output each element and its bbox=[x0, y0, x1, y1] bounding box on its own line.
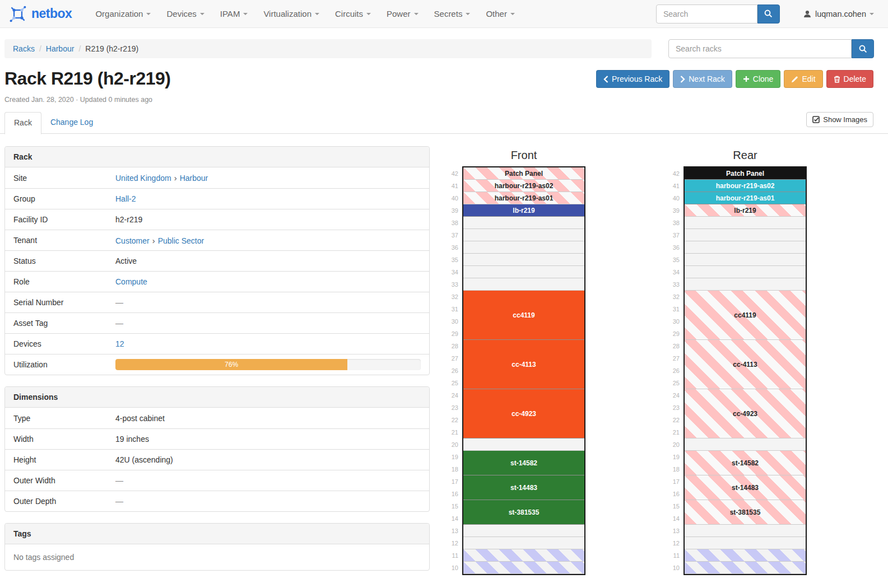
value-link[interactable]: Hall-2 bbox=[115, 194, 136, 203]
field-value: 12 bbox=[115, 339, 421, 348]
rack-search-button[interactable] bbox=[852, 39, 874, 58]
rack-device[interactable]: cc-4923 bbox=[685, 389, 806, 438]
unit-number: 33 bbox=[448, 278, 458, 291]
netbox-brand[interactable]: netbox bbox=[8, 4, 72, 24]
delete-button[interactable]: Delete bbox=[826, 70, 873, 88]
value-text: Active bbox=[115, 256, 137, 265]
global-search-button[interactable] bbox=[757, 4, 780, 24]
rack-unit bbox=[685, 278, 806, 291]
table-row: Outer Width— bbox=[5, 470, 429, 491]
device-label: cc-4923 bbox=[733, 410, 757, 418]
rack-unit bbox=[463, 537, 584, 549]
rack-device[interactable]: Patch Panel bbox=[685, 167, 806, 180]
rack-panel: Rack SiteUnited Kingdom›HarbourGroupHall… bbox=[4, 146, 430, 375]
nav-item-circuits[interactable]: Circuits bbox=[327, 0, 379, 28]
nav-item-ipam[interactable]: IPAM bbox=[212, 0, 256, 28]
table-row: Outer Depth— bbox=[5, 491, 429, 511]
rack-device[interactable]: harbour-r219-as01 bbox=[685, 192, 806, 204]
value-text: — bbox=[115, 476, 123, 485]
rack-device[interactable]: cc4119 bbox=[685, 291, 806, 340]
rack-search-input[interactable] bbox=[668, 39, 852, 58]
nav-item-devices[interactable]: Devices bbox=[159, 0, 212, 28]
caret-down-icon bbox=[315, 13, 319, 15]
rack-device[interactable]: st-14483 bbox=[463, 475, 584, 500]
value-text: › bbox=[150, 236, 158, 245]
rack-device[interactable]: st-14483 bbox=[685, 475, 806, 500]
trash-icon bbox=[834, 76, 840, 83]
rack-device[interactable]: lb-r219 bbox=[685, 204, 806, 217]
show-images-button[interactable]: Show Images bbox=[806, 112, 873, 127]
unit-number: 28 bbox=[670, 340, 680, 352]
device-label: harbour-r219-as02 bbox=[495, 182, 554, 190]
edit-label: Edit bbox=[802, 74, 815, 83]
unit-number: 27 bbox=[670, 352, 680, 365]
rack-device[interactable]: lb-r219 bbox=[463, 204, 584, 217]
global-search-input[interactable] bbox=[656, 4, 757, 24]
user-menu[interactable]: luqman.cohen bbox=[803, 10, 874, 18]
unit-number: 25 bbox=[448, 377, 458, 389]
user-icon bbox=[803, 10, 815, 18]
unit-number: 22 bbox=[670, 414, 680, 426]
rack-device[interactable]: Patch Panel bbox=[463, 167, 584, 180]
rack-device[interactable]: cc-4923 bbox=[463, 389, 584, 438]
pencil-icon bbox=[791, 76, 798, 83]
value-text: › bbox=[171, 173, 180, 183]
rack-device[interactable]: st-381535 bbox=[685, 500, 806, 525]
device-label: harbour-r219-as01 bbox=[716, 194, 775, 202]
rack-device[interactable]: st-14582 bbox=[685, 451, 806, 475]
device-label: harbour-r219-as01 bbox=[495, 194, 554, 202]
rack-device[interactable]: cc-4113 bbox=[685, 340, 806, 389]
device-label: st-381535 bbox=[730, 508, 761, 516]
unit-number: 20 bbox=[448, 438, 458, 451]
value-link[interactable]: United Kingdom bbox=[115, 174, 171, 183]
table-row: Asset Tag— bbox=[5, 312, 429, 333]
clone-button[interactable]: Clone bbox=[736, 70, 781, 88]
nav-item-power[interactable]: Power bbox=[379, 0, 426, 28]
front-elevation: Front 4241403938373635343332313029282726… bbox=[448, 146, 585, 582]
nav-item-virtualization[interactable]: Virtualization bbox=[255, 0, 327, 28]
value-link[interactable]: Harbour bbox=[180, 174, 208, 183]
nav-item-organization[interactable]: Organization bbox=[87, 0, 159, 28]
created-updated-meta: Created Jan. 28, 2020 · Updated 0 minute… bbox=[4, 96, 873, 104]
value-link[interactable]: Customer bbox=[115, 236, 150, 245]
unit-number: 31 bbox=[670, 303, 680, 315]
field-value: 19 inches bbox=[115, 435, 421, 444]
tab-change-log[interactable]: Change Log bbox=[41, 112, 102, 134]
value-link[interactable]: Compute bbox=[115, 277, 147, 286]
field-label: Status bbox=[13, 256, 115, 265]
next-rack-button[interactable]: Next Rack bbox=[673, 70, 732, 88]
rack-device[interactable]: harbour-r219-as02 bbox=[463, 180, 584, 192]
field-value: 76% bbox=[115, 359, 421, 370]
rear-elevation: Rear 42414039383736353433323130292827262… bbox=[670, 146, 807, 582]
rack-device[interactable]: st-381535 bbox=[463, 500, 584, 525]
value-link[interactable]: 12 bbox=[115, 339, 124, 348]
field-value: — bbox=[115, 319, 421, 328]
unit-number: 30 bbox=[448, 315, 458, 328]
unit-number: 40 bbox=[448, 192, 458, 204]
device-label: cc4119 bbox=[513, 311, 534, 319]
unit-number: 35 bbox=[448, 254, 458, 266]
breadcrumb-racks[interactable]: Racks bbox=[13, 44, 35, 53]
rack-unit bbox=[463, 254, 584, 266]
device-label: Patch Panel bbox=[505, 170, 543, 178]
previous-rack-button[interactable]: Previous Rack bbox=[596, 70, 670, 88]
unit-number: 36 bbox=[448, 241, 458, 254]
tab-rack[interactable]: Rack bbox=[4, 112, 41, 134]
value-text: 4-post cabinet bbox=[115, 414, 165, 423]
rack-device[interactable]: harbour-r219-as02 bbox=[685, 180, 806, 192]
table-row: GroupHall-2 bbox=[5, 188, 429, 209]
device-label: st-14483 bbox=[732, 484, 759, 492]
edit-button[interactable]: Edit bbox=[784, 70, 822, 88]
nav-item-other[interactable]: Other bbox=[478, 0, 523, 28]
field-value: Hall-2 bbox=[115, 194, 421, 203]
unit-number: 35 bbox=[670, 254, 680, 266]
rack-device[interactable]: st-14582 bbox=[463, 451, 584, 475]
user-name: luqman.cohen bbox=[815, 10, 866, 18]
unit-number: 32 bbox=[670, 291, 680, 303]
rack-device[interactable]: harbour-r219-as01 bbox=[463, 192, 584, 204]
breadcrumb-harbour[interactable]: Harbour bbox=[46, 44, 75, 53]
rack-device[interactable]: cc4119 bbox=[463, 291, 584, 340]
rack-device[interactable]: cc-4113 bbox=[463, 340, 584, 389]
nav-item-secrets[interactable]: Secrets bbox=[426, 0, 478, 28]
value-link[interactable]: Public Sector bbox=[158, 236, 204, 245]
